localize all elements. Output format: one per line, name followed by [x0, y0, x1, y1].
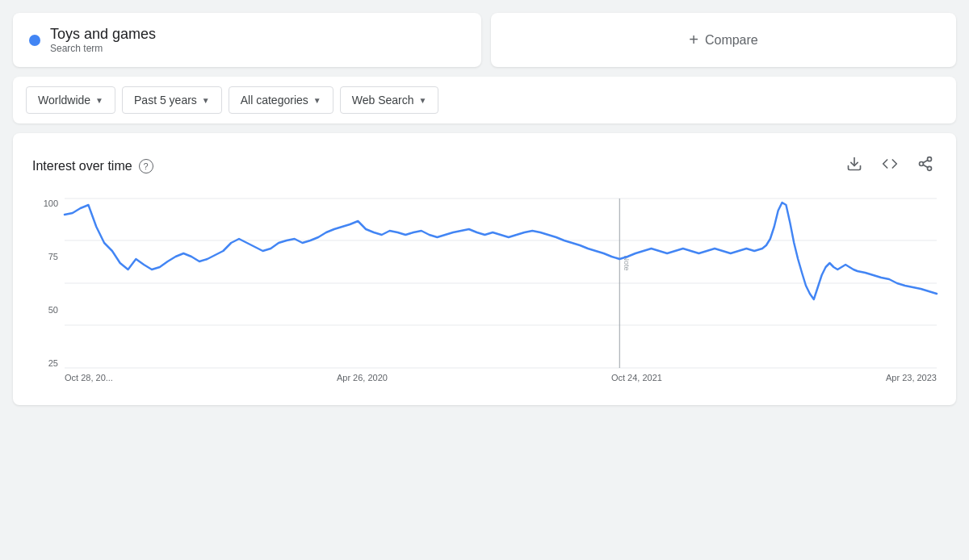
term-label: Search term — [50, 43, 156, 54]
y-label-100: 100 — [44, 199, 58, 208]
chart-svg: Note — [65, 199, 937, 368]
svg-line-4 — [923, 165, 928, 167]
search-type-filter-label: Web Search — [352, 94, 414, 107]
x-label-2: Apr 26, 2020 — [337, 373, 388, 382]
chart-title-row: Interest over time ? — [32, 159, 153, 173]
chart-inner: Note — [65, 199, 937, 368]
search-term-card: Toys and games Search term — [13, 13, 481, 67]
category-chevron-icon: ▼ — [313, 96, 321, 105]
filters-row: Worldwide ▼ Past 5 years ▼ All categorie… — [13, 77, 956, 123]
embed-icon — [882, 156, 898, 172]
help-icon[interactable]: ? — [139, 159, 153, 173]
search-type-chevron-icon: ▼ — [418, 96, 426, 105]
compare-plus-icon: + — [689, 31, 698, 49]
search-type-filter[interactable]: Web Search ▼ — [340, 86, 439, 114]
location-chevron-icon: ▼ — [95, 96, 103, 105]
svg-line-5 — [923, 160, 928, 162]
x-axis: Oct 28, 20... Apr 26, 2020 Oct 24, 2021 … — [65, 368, 937, 392]
y-label-50: 50 — [48, 305, 58, 315]
y-label-25: 25 — [48, 358, 58, 368]
time-filter-label: Past 5 years — [134, 94, 197, 107]
y-axis: 100 75 50 25 — [32, 199, 65, 368]
term-info: Toys and games Search term — [50, 26, 156, 54]
x-label-3: Oct 24, 2021 — [611, 373, 662, 382]
download-button[interactable] — [843, 153, 866, 179]
compare-card[interactable]: + Compare — [491, 13, 956, 67]
download-icon — [846, 156, 862, 172]
time-chevron-icon: ▼ — [202, 96, 210, 105]
location-filter[interactable]: Worldwide ▼ — [26, 86, 115, 114]
compare-label: Compare — [705, 33, 758, 48]
chart-card: Interest over time ? — [13, 133, 956, 405]
share-button[interactable] — [914, 153, 937, 179]
term-name: Toys and games — [50, 26, 156, 43]
chart-actions — [843, 153, 937, 179]
chart-title: Interest over time — [32, 159, 132, 173]
share-icon — [917, 156, 933, 172]
embed-button[interactable] — [879, 153, 901, 179]
location-filter-label: Worldwide — [38, 94, 90, 107]
chart-header: Interest over time ? — [32, 153, 937, 179]
category-filter-label: All categories — [241, 94, 308, 107]
time-filter[interactable]: Past 5 years ▼ — [122, 86, 222, 114]
category-filter[interactable]: All categories ▼ — [229, 86, 333, 114]
x-label-4: Apr 23, 2023 — [886, 373, 937, 382]
term-color-dot — [29, 35, 40, 46]
chart-area: 100 75 50 25 Note Oct 28, 20... Apr 26, … — [32, 199, 937, 392]
x-label-1: Oct 28, 20... — [65, 373, 113, 382]
y-label-75: 75 — [48, 252, 58, 261]
